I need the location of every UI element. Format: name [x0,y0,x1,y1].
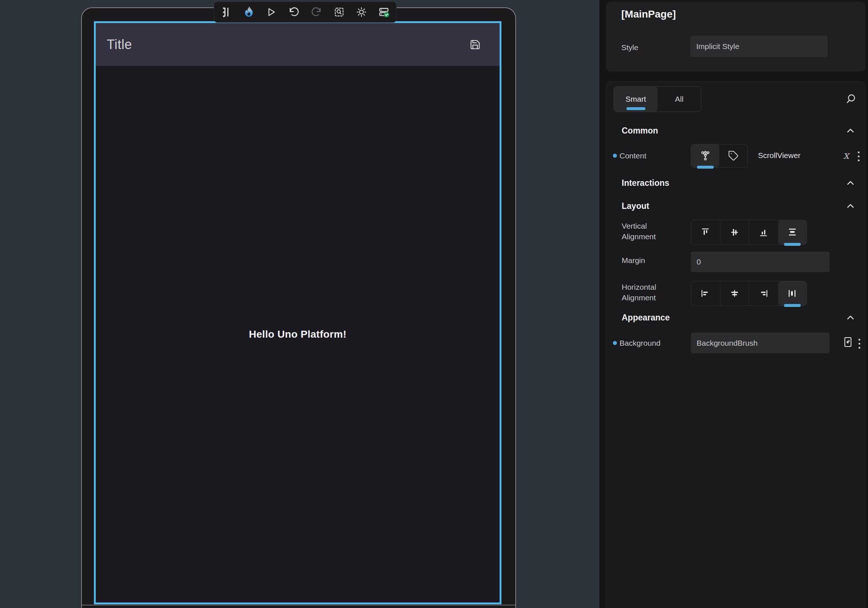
section-interactions-title: Interactions [622,178,669,188]
align-bottom-icon [758,227,769,238]
section-common-collapse-button[interactable] [844,125,857,136]
properties-card: Smart All Common Content [606,82,865,608]
section-layout-title: Layout [622,201,649,211]
horizontal-align-stretch-button[interactable] [778,281,807,305]
app-title: Title [107,37,132,52]
inspect-element-icon [334,6,345,17]
section-appearance-collapse-button[interactable] [844,312,857,323]
tab-all[interactable]: All [657,87,701,112]
frame-bottom-edge [82,605,515,605]
chevron-up-icon [845,312,856,323]
margin-input[interactable] [691,252,829,272]
vertical-alignment-toggle [691,220,807,245]
content-label: Content [620,151,646,160]
xaml-markup-icon[interactable]: x [843,149,849,161]
content-tag-toggle[interactable] [719,145,747,167]
align-hcenter-icon [729,288,740,299]
more-options-button[interactable] [220,5,227,19]
widget-tree-icon [699,150,711,162]
selected-toggle-indicator [697,166,714,169]
horizontal-alignment-label: Horizontal Alignment [622,282,670,303]
save-button[interactable] [470,39,480,50]
properties-tabstrip: Smart All [614,86,701,112]
align-hstretch-icon [787,288,798,299]
play-icon [266,6,277,17]
content-mode-toggle [691,144,748,168]
device-frame: Title Hello Uno Platform! [81,7,516,608]
content-value[interactable]: ScrollViewer [758,151,800,160]
hot-design-flame-icon [244,6,254,18]
vertical-align-stretch-button[interactable] [778,220,807,244]
chevron-up-icon [845,125,856,136]
chevron-up-icon [845,201,856,211]
vertical-alignment-label: Vertical Alignment [622,221,670,242]
section-interactions-collapse-button[interactable] [844,177,857,188]
section-common-title: Common [622,126,658,136]
content-modified-dot [613,154,617,158]
hello-textblock[interactable]: Hello Uno Platform! [249,328,346,340]
hot-design-flame-button[interactable] [243,5,255,19]
chevron-up-icon [845,177,856,188]
theme-toggle-icon [356,6,367,17]
margin-label: Margin [622,256,645,265]
app-titlebar[interactable]: Title [96,23,500,66]
connection-status-button[interactable] [378,5,390,19]
align-right-icon [758,288,769,299]
content-more-options-button[interactable] [858,151,860,161]
vertical-align-center-button[interactable] [720,220,749,244]
resource-document-icon [842,336,854,348]
vertical-align-bottom-button[interactable] [749,220,778,244]
inspector-panel: [MainPage] Style Smart All [599,0,868,608]
align-vstretch-icon [787,227,798,238]
background-resource-button[interactable] [842,336,854,350]
align-vcenter-icon [729,227,740,238]
content-widget-tree-toggle[interactable] [691,145,719,167]
section-appearance-title: Appearance [622,313,670,323]
background-input[interactable] [691,333,829,353]
selected-toggle-indicator [784,304,801,307]
style-input[interactable] [690,36,828,57]
save-icon [470,39,480,50]
selected-page-outline[interactable]: Title Hello Uno Platform! [94,21,501,604]
redo-icon [311,6,322,17]
undo-icon [288,6,299,17]
selected-tab-indicator [626,107,645,110]
background-more-options-button[interactable] [859,339,860,348]
vertical-align-top-button[interactable] [691,220,720,244]
align-top-icon [700,227,711,238]
background-modified-dot [613,341,617,345]
connection-status-icon [378,6,390,18]
style-label: Style [621,43,639,52]
section-layout-collapse-button[interactable] [844,201,857,211]
hot-design-toolbar [214,2,397,23]
app-page-content[interactable]: Hello Uno Platform! [96,66,500,602]
redo-button[interactable] [310,5,323,19]
align-left-icon [700,288,711,299]
selected-element-name: [MainPage] [621,8,676,20]
horizontal-align-right-button[interactable] [749,281,778,305]
selected-element-card: [MainPage] Style [606,2,865,72]
play-button[interactable] [265,5,277,19]
hot-design-workspace: Title Hello Uno Platform! [0,0,868,608]
undo-button[interactable] [288,5,300,19]
search-icon [844,93,857,106]
selected-toggle-indicator [784,243,801,246]
tag-icon [728,150,739,161]
horizontal-align-center-button[interactable] [720,281,749,305]
search-properties-button[interactable] [843,92,859,107]
horizontal-alignment-toggle [691,281,807,306]
tab-smart[interactable]: Smart [614,87,657,112]
background-label: Background [620,339,660,348]
horizontal-align-left-button[interactable] [691,281,720,305]
theme-toggle-button[interactable] [355,5,368,19]
inspect-element-button[interactable] [333,5,346,19]
